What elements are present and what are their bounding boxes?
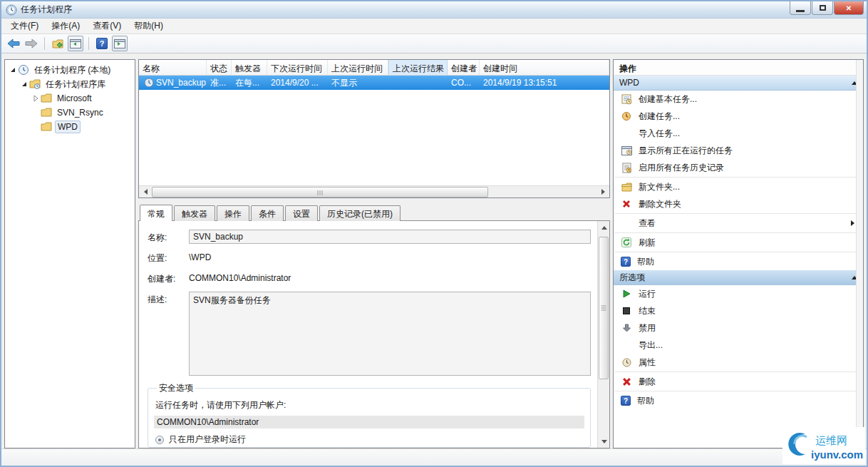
tab-general[interactable]: 常规 [140, 205, 172, 221]
action-help[interactable]: ? 帮助 [614, 253, 863, 270]
library-folder-icon [29, 78, 41, 90]
action-label: 禁用 [639, 322, 857, 334]
run-when-logged-on-option[interactable]: 只在用户登录时运行 [154, 433, 584, 446]
column-header-name[interactable]: 名称 [139, 60, 207, 75]
action-import-task[interactable]: 导入任务... [614, 125, 863, 142]
detail-tabs: 常规 触发器 操作 条件 设置 历史记录(已禁用) [138, 205, 610, 221]
toolbar: ? [1, 34, 867, 53]
expanded-twisty-icon[interactable] [9, 66, 16, 73]
action-export[interactable]: 导出... [614, 337, 863, 354]
selected-item-section-header[interactable]: 所选项 [614, 270, 863, 285]
scroll-up-button[interactable] [598, 221, 610, 233]
tree-item-label-selected[interactable]: WPD [55, 120, 81, 133]
scroll-right-button[interactable] [597, 186, 609, 198]
selected-item-section-title: 所选项 [619, 272, 645, 284]
action-run[interactable]: 运行 [614, 285, 863, 302]
vertical-scrollbar[interactable] [597, 221, 609, 448]
tree-item-svn-rsync[interactable]: SVN_Rsync [5, 106, 135, 120]
horizontal-scrollbar[interactable] [139, 185, 609, 197]
create-basic-task-icon [621, 93, 632, 105]
restore-icon [820, 5, 826, 11]
action-create-basic-task[interactable]: 创建基本任务... [614, 91, 863, 108]
action-help-selected[interactable]: ? 帮助 [614, 392, 863, 409]
close-button[interactable]: ✕ [834, 1, 864, 15]
action-delete[interactable]: 删除 [614, 373, 863, 390]
action-refresh[interactable]: 刷新 [614, 234, 863, 251]
action-label: 刷新 [639, 237, 857, 249]
scroll-down-button[interactable] [598, 436, 610, 448]
export-list-button[interactable] [50, 36, 66, 51]
description-field[interactable]: SVN服务器备份任务 [189, 292, 591, 376]
toolbar-separator [44, 37, 45, 50]
action-label: 运行 [639, 288, 857, 300]
action-end[interactable]: 结束 [614, 302, 863, 319]
action-label: 显示所有正在运行的任务 [639, 145, 857, 157]
tree-item-library[interactable]: 任务计划程序库 [5, 77, 135, 91]
column-header-status[interactable]: 状态 [207, 60, 232, 75]
action-enable-task-history[interactable]: 启用所有任务历史记录 [614, 159, 863, 176]
action-create-task[interactable]: 创建任务... [614, 108, 863, 125]
action-properties[interactable]: 属性 [614, 354, 863, 371]
action-show-running-tasks[interactable]: 显示所有正在运行的任务 [614, 142, 863, 159]
tab-conditions[interactable]: 条件 [251, 205, 284, 221]
action-new-folder[interactable]: 新文件夹... [614, 178, 863, 195]
task-trigger: 在每... [232, 77, 267, 89]
restore-button[interactable] [812, 1, 833, 15]
scrollbar-grip [601, 304, 606, 312]
tree-item-label[interactable]: 任务计划程序库 [43, 78, 108, 91]
task-clock-icon [144, 78, 154, 88]
wpd-section-header[interactable]: WPD [614, 76, 863, 91]
tab-history[interactable]: 历史记录(已禁用) [319, 205, 401, 221]
expanded-twisty-icon[interactable] [21, 81, 28, 88]
radio-selected-icon[interactable] [155, 436, 164, 444]
tab-settings[interactable]: 设置 [285, 205, 318, 221]
menu-file[interactable]: 文件(F) [4, 18, 45, 34]
tree-item-label[interactable]: SVN_Rsync [55, 107, 105, 118]
window-title: 任务计划程序 [21, 4, 790, 16]
column-header-trigger[interactable]: 触发器 [232, 60, 267, 75]
task-row-selected[interactable]: SVN_backup 准... 在每... 2014/9/20 ... 不显示 … [139, 76, 609, 90]
scrollbar-thumb[interactable] [152, 187, 488, 197]
toggle-action-pane-button[interactable] [112, 36, 128, 51]
name-field[interactable]: SVN_backup [189, 230, 591, 244]
console-tree-icon [70, 39, 81, 48]
column-header-last-result[interactable]: 上次运行结果 [388, 60, 448, 75]
tree-item-root[interactable]: 任务计划程序 (本地) [5, 63, 135, 77]
center-column: 名称 状态 触发器 下次运行时间 上次运行时间 上次运行结果 创建者 创建时间 … [138, 59, 610, 448]
menu-view[interactable]: 查看(V) [86, 18, 128, 34]
scroll-right-icon [601, 189, 608, 195]
tree-item-wpd[interactable]: WPD [5, 120, 135, 134]
action-view[interactable]: 查看 [614, 215, 863, 232]
column-header-next-run[interactable]: 下次运行时间 [267, 60, 328, 75]
scrollbar-grip [318, 190, 323, 195]
task-created: 2014/9/19 13:15:51 [480, 78, 609, 88]
help-button[interactable]: ? [94, 36, 110, 51]
menu-action[interactable]: 操作(A) [45, 18, 86, 34]
folder-export-icon [52, 39, 64, 49]
action-separator [615, 252, 862, 252]
general-tab-content: 名称: SVN_backup 位置: \WPD 创建者: COMMON10\Ad… [138, 220, 610, 448]
security-options-group: 安全选项 运行任务时，请使用下列用户帐户: COMMON10\Administr… [148, 382, 591, 448]
disable-icon [621, 322, 632, 334]
scroll-left-button[interactable] [139, 186, 151, 198]
tree-item-label[interactable]: 任务计划程序 (本地) [32, 63, 113, 77]
tab-triggers[interactable]: 触发器 [174, 205, 215, 221]
properties-icon [621, 356, 632, 368]
minimize-button[interactable] [790, 1, 811, 15]
forward-button[interactable] [24, 36, 39, 51]
scroll-left-icon [141, 189, 148, 195]
column-header-created[interactable]: 创建时间 [480, 60, 609, 75]
column-header-author[interactable]: 创建者 [448, 60, 480, 75]
tree-item-label[interactable]: Microsoft [55, 93, 94, 104]
tree-item-microsoft[interactable]: Microsoft [5, 91, 135, 106]
menu-help[interactable]: 帮助(H) [128, 18, 170, 34]
wpd-section-title: WPD [619, 78, 639, 88]
column-header-last-run[interactable]: 上次运行时间 [328, 60, 388, 75]
action-disable[interactable]: 禁用 [614, 319, 863, 337]
tab-actions[interactable]: 操作 [217, 205, 249, 221]
toggle-console-tree-button[interactable] [68, 36, 83, 51]
collapsed-twisty-icon[interactable] [32, 95, 39, 102]
back-button[interactable] [6, 36, 21, 51]
scrollbar-thumb[interactable] [599, 237, 609, 379]
action-delete-folder[interactable]: 删除文件夹 [614, 195, 863, 212]
